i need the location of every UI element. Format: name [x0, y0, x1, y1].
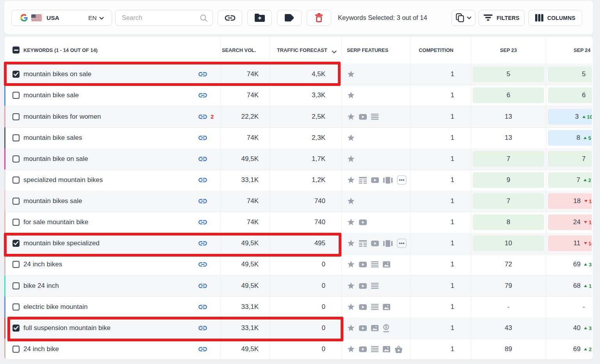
svg-text:$: $: [385, 325, 388, 329]
